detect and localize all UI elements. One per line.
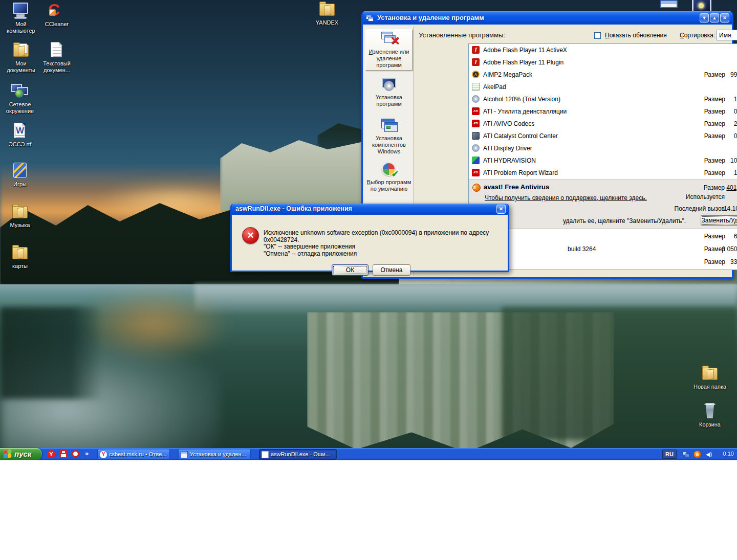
program-row[interactable]: ATI ATI - Утилита деинсталляции Размер 0… <box>469 105 737 118</box>
show-updates-label[interactable]: Показать обновления <box>605 32 667 39</box>
error-cancel-line: "Отмена" -- отладка приложения <box>264 250 357 257</box>
desktop-icon-label: карты <box>0 263 40 270</box>
wallpaper-left-trees-reflection <box>0 307 102 399</box>
program-row[interactable]: A AIMP2 MegaPack Размер 99,07МБ <box>469 69 737 81</box>
taskbar-button-add-remove-programs[interactable]: Установка и удален... <box>178 449 251 460</box>
program-row[interactable]: ATI ATI AVIVO Codecs Размер 2,78МБ <box>469 118 737 130</box>
sidebar-item-windows-components[interactable]: Установка компонентов Windows <box>365 116 413 156</box>
desktop-icon-label: Мой компьютер <box>1 21 41 34</box>
error-dialog-title: aswRunDll.exe - Ошибка приложения <box>235 205 352 212</box>
new-folder-icon <box>701 365 719 383</box>
ati-icon: ATI <box>472 107 480 115</box>
desktop-icon-label: ЭССЭ.rtf <box>0 141 40 148</box>
wallpaper-sunset-reflection <box>77 286 230 363</box>
sidebar-item-change-remove-programs[interactable]: ✕ Изменение или удаление программ <box>365 29 413 71</box>
minimize-button[interactable]: ▼ <box>700 13 709 23</box>
sort-dropdown-value: Имя <box>719 32 731 39</box>
change-remove-button[interactable]: Заменить/Удалить <box>701 215 737 226</box>
install-programs-icon <box>380 77 398 93</box>
desktop-icon-new-folder[interactable]: Новая папка <box>690 365 730 390</box>
avast-tray-icon[interactable]: a <box>693 451 701 458</box>
windows-flag-icon <box>4 450 12 459</box>
volume-icon[interactable]: ◀) <box>706 451 713 458</box>
desktop-icon-yandex[interactable]: YANDEX <box>307 1 347 26</box>
program-row[interactable]: f Adobe Flash Player 11 Plugin <box>469 56 737 69</box>
sidebar-item-install-programs[interactable]: Установка программ <box>365 75 413 109</box>
error-dialog-titlebar[interactable]: aswRunDll.exe - Ошибка приложения ✕ <box>232 204 508 215</box>
screenshot-white-padding <box>0 460 737 560</box>
aimp-icon: A <box>472 71 480 78</box>
recycle-bin-icon <box>701 403 719 420</box>
program-row[interactable]: ATI Catalyst Control Center Размер 0,02М… <box>469 130 737 142</box>
sort-label: Сортировка: <box>680 32 715 39</box>
flash-icon: f <box>472 58 480 66</box>
network-places-icon <box>11 83 29 100</box>
desktop-icon-network-places[interactable]: Сетевое окружение <box>0 83 40 115</box>
desktop-icon-label: Текстовый докумен... <box>37 60 77 74</box>
wallpaper-sun-spot <box>97 184 251 220</box>
language-indicator[interactable]: RU <box>662 450 677 459</box>
wallpaper-sky-reflection <box>0 338 220 460</box>
add-remove-programs-window-icon <box>366 14 374 22</box>
program-row[interactable]: f Adobe Flash Player 11 ActiveX <box>469 44 737 56</box>
desktop-icon-my-documents[interactable]: Мои документы <box>1 42 41 74</box>
desktop-icon-label: Мои документы <box>1 60 41 74</box>
my-computer-icon <box>12 3 30 20</box>
error-icon: ✕ <box>242 227 259 244</box>
sidebar-item-default-programs[interactable]: ✔ Выбор программ по умолчанию <box>365 160 413 194</box>
desktop-icon-recycle-bin[interactable]: Корзина <box>690 403 730 428</box>
desktop-icon-label: Игры <box>0 181 40 188</box>
desktop-icon-games[interactable]: Игры <box>0 163 40 188</box>
ati-icon: ATI <box>472 120 480 127</box>
program-row[interactable]: Alcohol 120% (Trial Version) Размер 1,88… <box>469 93 737 105</box>
system-tray: RU a ◀) 0:10 <box>655 448 737 460</box>
start-button[interactable]: пуск <box>0 448 42 460</box>
quick-launch-overflow-chevron[interactable]: » <box>85 450 89 457</box>
wallpaper-mist <box>194 284 737 315</box>
ok-button[interactable]: ОК <box>332 264 368 276</box>
program-row[interactable]: ATI ATI Problem Report Wizard Размер 1,3… <box>469 167 737 179</box>
my-documents-icon <box>12 42 30 59</box>
taskbar-button-browser[interactable]: Y csbest.msk.ru • Отве... <box>97 449 170 460</box>
error-dialog-body: ✕ Исключение unknown software exception … <box>232 215 508 271</box>
games-icon <box>11 163 29 180</box>
error-message: Исключение unknown software exception (0… <box>264 229 504 243</box>
cancel-button[interactable]: Отмена <box>373 264 410 276</box>
program-row[interactable]: ATI Display Driver <box>469 142 737 154</box>
desktop-icon-partial-window[interactable] <box>660 0 678 8</box>
ati-catalyst-icon <box>472 132 480 140</box>
avast-icon: a <box>472 184 481 192</box>
flash-icon: f <box>472 46 480 54</box>
window-icon <box>181 451 188 458</box>
sort-dropdown[interactable]: Имя ▼ <box>717 30 737 40</box>
default-programs-icon: ✔ <box>380 162 398 178</box>
desktop-icon-ccleaner[interactable]: C CCleaner <box>37 3 77 28</box>
network-icon[interactable] <box>682 451 690 458</box>
desktop-icon-esse-rtf[interactable]: W ЭССЭ.rtf <box>0 123 40 148</box>
program-row[interactable]: ATI HYDRAVISION Размер 10,55МБ <box>469 154 737 167</box>
desktop-icon-maps[interactable]: карты <box>0 244 40 270</box>
error-ok-line: "ОК" -- завершение приложения <box>264 243 355 250</box>
music-folder-icon <box>11 204 29 221</box>
desktop-icon-my-computer[interactable]: Мой компьютер <box>1 3 41 34</box>
desktop-icon-label: YANDEX <box>307 19 347 26</box>
desktop-icon-label: CCleaner <box>37 21 77 28</box>
desktop-icon-music[interactable]: Музыка <box>0 204 40 229</box>
ati-display-driver-icon <box>472 144 480 152</box>
desktop-icon-label: Сетевое окружение <box>0 101 40 115</box>
taskbar-button-error-dialog[interactable]: aswRunDll.exe - Оши... <box>259 449 337 460</box>
used-rarely-link[interactable]: редко <box>707 193 737 200</box>
opera-icon[interactable] <box>72 450 79 458</box>
maximize-button[interactable]: ▲ <box>710 13 719 23</box>
floppy-app-icon[interactable] <box>59 450 68 458</box>
desktop-icon-label: Музыка <box>0 222 40 229</box>
yandex-folder-icon <box>318 1 336 18</box>
desktop-icon-text-document[interactable]: Текстовый докумен... <box>37 42 77 74</box>
close-button[interactable]: ✕ <box>720 13 729 23</box>
yandex-browser-icon[interactable]: Y <box>47 450 55 458</box>
program-row[interactable]: AkelPad <box>469 81 737 93</box>
show-updates-checkbox[interactable] <box>594 32 601 39</box>
wallpaper-cliff-reflection <box>307 312 614 455</box>
close-icon[interactable]: ✕ <box>496 205 506 214</box>
window-titlebar[interactable]: Установка и удаление программ ▼ ▲ ✕ <box>363 11 732 25</box>
